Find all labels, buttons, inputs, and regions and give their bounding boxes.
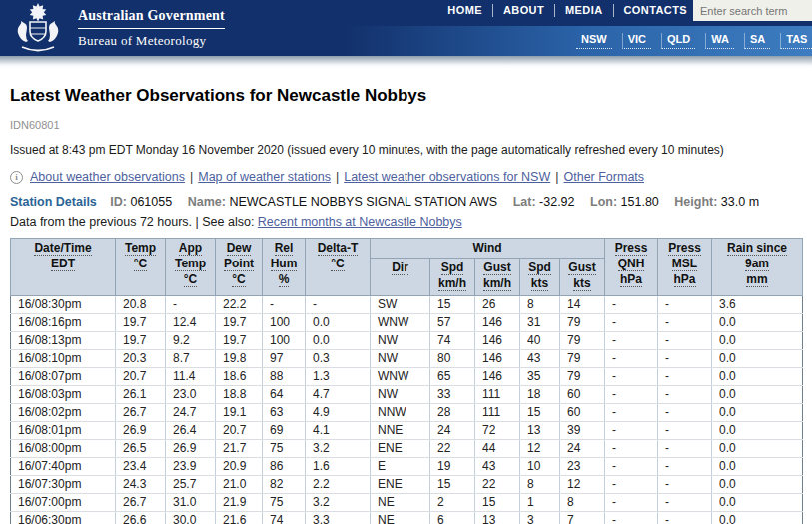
cell-delta-t: 0.3 bbox=[306, 350, 371, 368]
cell-datetime: 16/08:13pm bbox=[11, 332, 116, 350]
col-header-rain-9am: Rain since9ammm bbox=[712, 239, 803, 296]
table-row: 16/08:01pm26.926.420.7694.1NNE24721339--… bbox=[11, 422, 803, 440]
cell-temp: 26.7 bbox=[116, 404, 166, 422]
cell-press-msl: - bbox=[658, 422, 712, 440]
cell-wind-spd-kmh: 15 bbox=[430, 476, 475, 494]
cell-temp: 26.9 bbox=[116, 422, 166, 440]
cell-datetime: 16/08:10pm bbox=[11, 350, 116, 368]
col-header-press-qnh: PressQNHhPa bbox=[605, 239, 658, 296]
cell-wind-spd-kmh: 65 bbox=[430, 368, 475, 386]
link-other-formats[interactable]: Other Formats bbox=[563, 170, 644, 184]
state-nav-vic[interactable]: VIC bbox=[622, 33, 651, 49]
cell-wind-gust-kts: 60 bbox=[560, 386, 605, 404]
state-nav-tas[interactable]: TAS bbox=[780, 33, 812, 49]
link-separator: | bbox=[555, 170, 558, 184]
cell-app-temp: 23.0 bbox=[166, 386, 216, 404]
cell-wind-spd-kts: 12 bbox=[520, 440, 560, 458]
link-about-weather-observations[interactable]: About weather observations bbox=[30, 170, 185, 184]
cell-wind-spd-kmh: 15 bbox=[430, 296, 475, 314]
cell-press-qnh: - bbox=[605, 512, 658, 524]
cell-wind-gust-kmh: 111 bbox=[475, 386, 520, 404]
cell-temp: 20.8 bbox=[116, 296, 166, 314]
cell-wind-spd-kts: 10 bbox=[520, 458, 560, 476]
cell-press-msl: - bbox=[658, 476, 712, 494]
cell-press-qnh: - bbox=[605, 476, 658, 494]
cell-app-temp: 8.7 bbox=[166, 350, 216, 368]
cell-press-msl: - bbox=[658, 368, 712, 386]
col-header-datetime: Date/TimeEDT bbox=[11, 239, 116, 296]
cell-temp: 20.3 bbox=[116, 350, 166, 368]
cell-wind-spd-kts: 31 bbox=[520, 314, 560, 332]
top-nav-home[interactable]: HOME bbox=[437, 4, 493, 17]
top-nav-about[interactable]: ABOUT bbox=[493, 4, 555, 17]
bom-home-logo[interactable]: Australian Government Bureau of Meteorol… bbox=[8, 2, 225, 54]
col-header-wind-gust-kts: Gustkts bbox=[560, 259, 605, 296]
cell-rel-hum: 75 bbox=[263, 440, 306, 458]
cell-rel-hum: 63 bbox=[263, 404, 306, 422]
cell-delta-t: 0.0 bbox=[306, 332, 371, 350]
cell-app-temp: 30.0 bbox=[166, 512, 216, 524]
table-row: 16/06:30pm26.630.021.6743.3NE61337--0.0 bbox=[11, 512, 803, 524]
top-nav-contacts[interactable]: CONTACTS bbox=[614, 4, 688, 17]
table-row: 16/08:07pm20.711.418.6881.3WNW651463579-… bbox=[11, 368, 803, 386]
cell-datetime: 16/06:30pm bbox=[11, 512, 116, 524]
state-nav-sa[interactable]: SA bbox=[744, 33, 770, 49]
cell-press-msl: - bbox=[658, 494, 712, 512]
cell-dew-point: 20.7 bbox=[216, 422, 263, 440]
cell-press-qnh: - bbox=[605, 494, 658, 512]
top-nav: HOMEABOUTMEDIACONTACTS bbox=[437, 4, 687, 17]
cell-wind-gust-kmh: 22 bbox=[475, 476, 520, 494]
cell-wind-gust-kts: 39 bbox=[560, 422, 605, 440]
cell-wind-spd-kmh: 57 bbox=[430, 314, 475, 332]
cell-datetime: 16/08:30pm bbox=[11, 296, 116, 314]
cell-dew-point: 19.1 bbox=[216, 404, 263, 422]
cell-rain-9am: 0.0 bbox=[712, 404, 803, 422]
cell-wind-spd-kts: 18 bbox=[520, 386, 560, 404]
cell-delta-t: 1.6 bbox=[306, 458, 371, 476]
cell-rel-hum: 86 bbox=[263, 458, 306, 476]
product-id: IDN60801 bbox=[10, 119, 802, 131]
link-map-of-weather-stations[interactable]: Map of weather stations bbox=[198, 170, 331, 184]
cell-rel-hum: 82 bbox=[263, 476, 306, 494]
cell-wind-gust-kts: 24 bbox=[560, 440, 605, 458]
cell-press-msl: - bbox=[658, 350, 712, 368]
col-group-wind: Wind bbox=[371, 239, 605, 259]
cell-press-qnh: - bbox=[605, 314, 658, 332]
cell-wind-spd-kts: 35 bbox=[520, 368, 560, 386]
obs-table-header: Date/TimeEDTTemp°CAppTemp°CDewPoint°CRel… bbox=[11, 239, 803, 296]
cell-delta-t: 0.0 bbox=[306, 314, 371, 332]
top-nav-media[interactable]: MEDIA bbox=[555, 4, 613, 17]
page-title: Latest Weather Observations for Newcastl… bbox=[10, 86, 802, 106]
cell-app-temp: 31.0 bbox=[166, 494, 216, 512]
state-nav-wa[interactable]: WA bbox=[705, 33, 734, 49]
cell-wind-spd-kmh: 22 bbox=[430, 440, 475, 458]
obs-table: Date/TimeEDTTemp°CAppTemp°CDewPoint°CRel… bbox=[10, 238, 803, 524]
cell-temp: 26.5 bbox=[116, 440, 166, 458]
cell-rain-9am: 0.0 bbox=[712, 440, 803, 458]
cell-press-qnh: - bbox=[605, 458, 658, 476]
recent-months-link[interactable]: Recent months at Newcastle Nobbys bbox=[258, 215, 462, 229]
cell-datetime: 16/08:16pm bbox=[11, 314, 116, 332]
station-name-label: Name: bbox=[188, 195, 226, 209]
cell-rain-9am: 0.0 bbox=[712, 422, 803, 440]
search-input[interactable] bbox=[693, 0, 812, 21]
state-nav-nsw[interactable]: NSW bbox=[576, 33, 612, 49]
station-details-label: Station Details bbox=[10, 195, 97, 209]
cell-press-msl: - bbox=[658, 512, 712, 524]
cell-wind-gust-kmh: 26 bbox=[475, 296, 520, 314]
cell-wind-spd-kmh: 33 bbox=[430, 386, 475, 404]
table-row: 16/08:03pm26.123.018.8644.7NW331111860--… bbox=[11, 386, 803, 404]
link-latest-weather-observations-for-nsw[interactable]: Latest weather observations for NSW bbox=[344, 170, 550, 184]
state-nav-qld[interactable]: QLD bbox=[661, 33, 695, 49]
logo-government-text: Australian Government bbox=[78, 8, 225, 29]
table-row: 16/08:00pm26.526.921.7753.2ENE22441224--… bbox=[11, 440, 803, 458]
cell-wind-dir: ENE bbox=[371, 440, 430, 458]
cell-rain-9am: 0.0 bbox=[712, 476, 803, 494]
info-icon: i bbox=[10, 171, 23, 184]
cell-wind-dir: NW bbox=[371, 350, 430, 368]
cell-wind-spd-kmh: 2 bbox=[430, 494, 475, 512]
obs-table-body: 16/08:30pm20.8-22.2--SW1526814--3.616/08… bbox=[11, 296, 803, 524]
cell-wind-gust-kmh: 146 bbox=[475, 368, 520, 386]
cell-delta-t: - bbox=[306, 296, 371, 314]
cell-delta-t: 4.9 bbox=[306, 404, 371, 422]
